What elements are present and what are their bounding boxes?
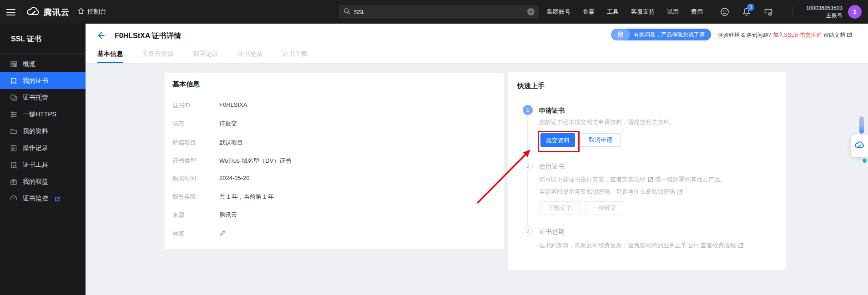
tab-cert-download[interactable]: 证书下载 xyxy=(282,45,308,63)
doc-search-icon xyxy=(10,161,17,169)
row-value: WoTrus-域名型（DV）证书 xyxy=(219,157,291,165)
row-label: 证书类型 xyxy=(172,157,212,165)
basic-info-card: 基本信息 证书ID F0HLStXA 状态 待提交 所属项目 默认项目 证书类型… xyxy=(165,73,504,249)
row-value: 待提交 xyxy=(219,120,237,128)
step-1-title: 申请证书 xyxy=(539,107,565,115)
row-label: 购买时间 xyxy=(172,175,212,183)
ticket-support-icon[interactable] xyxy=(720,7,730,17)
hamburger-menu-icon[interactable] xyxy=(6,7,15,16)
brand-name: 腾讯云 xyxy=(44,7,70,18)
download-cert-button[interactable]: 下载证书 xyxy=(540,201,580,215)
account-id: 100036853503 xyxy=(806,5,843,12)
step-2-desc-line2: 若部署时提示需要私钥密码，可参考什么是私钥密码 xyxy=(539,188,683,196)
nav-trial[interactable]: 试用 xyxy=(667,8,679,16)
info-row-project: 所属项目 默认项目 xyxy=(172,139,243,147)
step-connector-line xyxy=(527,115,528,231)
gift-icon xyxy=(10,178,17,185)
external-link-icon[interactable] xyxy=(738,243,744,249)
edit-tags-pencil-icon[interactable] xyxy=(219,230,226,236)
sidebar-item-cert-hosting[interactable]: 证书托管 xyxy=(0,89,86,106)
sidebar-item-label: 操作记录 xyxy=(23,144,48,152)
tab-cert-renewal[interactable]: 证书更新 xyxy=(237,45,263,63)
help-doc-label: 帮助文档 xyxy=(823,31,845,39)
step-2-title: 使用证书 xyxy=(539,163,565,171)
nav-support[interactable]: 客服支持 xyxy=(631,8,655,16)
survey-doc-icon xyxy=(611,29,630,40)
help-doc-link[interactable]: 帮助文档 xyxy=(823,31,853,39)
sidebar-title: SSL 证书 xyxy=(0,24,86,53)
search-icon xyxy=(343,8,350,16)
back-icon[interactable] xyxy=(96,30,106,41)
sidebar-item-cert-tools[interactable]: 证书工具 xyxy=(0,156,86,173)
sidebar-item-my-certificates[interactable]: 我的证书 xyxy=(0,72,86,89)
document-icon xyxy=(10,145,17,152)
topbar-nav: 集团账号 备案 工具 客服支持 试用 费用 xyxy=(547,0,703,24)
external-link-icon xyxy=(55,196,60,201)
survey-banner[interactable]: 有奖问卷，产品体验您说了算 xyxy=(611,29,711,40)
sidebar-item-one-click-https[interactable]: 一键HTTPS xyxy=(0,106,86,123)
info-row-cert-id: 证书ID F0HLStXA xyxy=(172,101,247,110)
survey-banner-text: 有奖问卷，产品体验您说了算 xyxy=(634,31,705,39)
sidebar-item-my-profile[interactable]: 我的资料 xyxy=(0,123,86,140)
sidebar-item-operation-log[interactable]: 操作记录 xyxy=(0,140,86,156)
tencent-cloud-logo[interactable]: 腾讯云 xyxy=(26,5,70,19)
console-link[interactable]: 控制台 xyxy=(77,7,106,16)
cloud-logo-icon xyxy=(26,5,40,19)
join-group-link[interactable]: 加入SSL证书交流群 xyxy=(773,31,822,39)
console-settings-icon[interactable] xyxy=(763,7,773,17)
external-link-icon[interactable] xyxy=(647,177,653,183)
sidebar-item-cert-monitor[interactable]: 证书监控 xyxy=(0,190,86,207)
nav-group-account[interactable]: 集团账号 xyxy=(547,8,570,16)
account-info[interactable]: 100036853503 主账号 xyxy=(806,5,843,19)
row-label: 状态 xyxy=(172,120,212,128)
tab-basic-info[interactable]: 基本信息 xyxy=(97,45,123,63)
row-label: 证书ID xyxy=(172,101,212,110)
feedback-thermometer xyxy=(859,116,864,134)
nav-billing[interactable]: 费用 xyxy=(691,8,703,16)
sidebar-item-overview[interactable]: 概览 xyxy=(0,55,86,72)
sidebar-item-label: 我的权益 xyxy=(23,178,48,186)
feedback-widget-button[interactable] xyxy=(851,135,868,157)
clear-search-icon[interactable]: ✕ xyxy=(527,8,535,15)
home-icon xyxy=(77,7,85,16)
topbar-search[interactable]: ✕ xyxy=(339,5,539,19)
one-click-deploy-button[interactable]: 一键部署 xyxy=(585,201,624,215)
tab-deploy-records[interactable]: 部署记录 xyxy=(193,45,218,63)
step-1-desc: 您的证书还未提交相关申请资料，请提交相关资料。 xyxy=(539,118,675,126)
sidebar-item-my-benefits[interactable]: 我的权益 xyxy=(0,173,86,190)
header-links: 体验吐槽 & 遇到问题? 加入SSL证书交流群 帮助文档 xyxy=(718,31,853,39)
row-label: 标签 xyxy=(172,230,212,238)
step-3-title: 证书过期 xyxy=(539,228,565,236)
step-2-desc-text3: 若部署时提示需要私钥密码，可参考什么是私钥密码 xyxy=(539,188,675,196)
folder-icon xyxy=(10,128,17,135)
topbar: 腾讯云 控制台 ✕ 集团账号 备案 工具 客服支持 试用 费用 xyxy=(0,0,868,24)
grid-icon xyxy=(10,60,17,68)
notification-bell-icon[interactable]: 9 xyxy=(742,7,752,17)
divider xyxy=(792,7,793,16)
sidebar-item-label: 证书监控 xyxy=(23,195,48,203)
cancel-application-button[interactable]: 取消申请 xyxy=(580,133,621,147)
step-2-desc-text: 您可以下载证书进行安装，查看安装说明 xyxy=(539,175,646,184)
info-row-tags: 标签 xyxy=(172,230,226,238)
account-type: 主账号 xyxy=(806,12,843,19)
avatar[interactable]: 1 xyxy=(848,5,862,19)
external-link-icon[interactable] xyxy=(677,189,683,195)
submit-materials-button[interactable]: 提交资料 xyxy=(540,133,575,147)
info-row-purchase-time: 购买时间 2024-05-20 xyxy=(172,175,250,183)
row-label: 来源 xyxy=(172,211,212,219)
certificate-icon xyxy=(10,77,17,85)
row-value: 默认项目 xyxy=(219,139,243,147)
row-value: 2024-05-20 xyxy=(219,175,250,183)
search-input[interactable] xyxy=(354,9,524,15)
feedback-prefix: 体验吐槽 & 遇到问题? xyxy=(718,31,771,39)
nav-icp[interactable]: 备案 xyxy=(583,8,595,16)
gauge-icon xyxy=(10,195,17,202)
sidebar: SSL 证书 概览 我的证书 xyxy=(0,24,86,295)
step-2-circle: 2 xyxy=(523,161,533,171)
step-2-desc-line1: 您可以下载证书进行安装，查看安装说明 或一键部署到其他云产品。 xyxy=(539,175,726,184)
console-label: 控制台 xyxy=(87,8,106,16)
external-link-icon xyxy=(847,32,853,38)
sidebar-item-label: 一键HTTPS xyxy=(23,110,56,119)
nav-tools[interactable]: 工具 xyxy=(607,8,619,16)
tab-associated-resources[interactable]: 关联云资源 xyxy=(142,45,174,63)
